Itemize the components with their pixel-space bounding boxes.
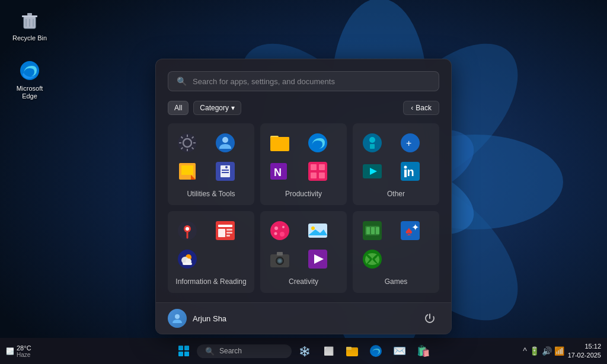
search-box[interactable]: 🔍 Search for apps, settings, and documen… <box>168 71 439 91</box>
battery-icon: 🔋 <box>529 346 539 356</box>
svg-rect-50 <box>370 144 375 149</box>
power-button[interactable] <box>420 309 439 328</box>
creativity-icons-grid <box>267 218 340 272</box>
category-creativity[interactable]: Creativity <box>260 211 347 293</box>
start-bottom: Arjun Sha <box>156 302 451 334</box>
edge-label: Microsoft Edge <box>11 85 48 100</box>
svg-point-85 <box>278 259 282 263</box>
search-label: Search <box>219 347 242 355</box>
filter-left: All Category ▾ <box>168 101 241 115</box>
svg-point-79 <box>311 226 315 230</box>
system-tray[interactable]: ^ 🔋 🔊 📶 <box>523 346 564 356</box>
empty-slot-2 <box>398 247 423 272</box>
information-icons-grid <box>175 218 247 272</box>
search-icon-taskbar: 🔍 <box>205 347 215 356</box>
taskbar-search[interactable]: 🔍 Search <box>197 344 292 358</box>
svg-text:+: + <box>406 138 411 148</box>
svg-rect-65 <box>226 229 232 231</box>
power-icon <box>424 313 435 324</box>
volume-icon: 🔊 <box>542 346 552 356</box>
svg-rect-82 <box>277 252 283 256</box>
category-other[interactable]: + in <box>353 123 439 205</box>
user-info[interactable]: Arjun Sha <box>168 309 226 328</box>
weather-description: Haze <box>17 352 31 358</box>
other-icons-grid: + in <box>360 130 432 184</box>
svg-point-49 <box>369 137 375 143</box>
file-explorer-icon <box>267 130 292 155</box>
paint3d-icon <box>267 218 292 243</box>
recycle-bin-label: Recycle Bin <box>12 34 47 42</box>
svg-rect-44 <box>311 164 317 170</box>
camera-icon <box>267 247 292 272</box>
weather-icon <box>175 247 200 272</box>
network-icon: 📶 <box>554 346 564 356</box>
chevron-icon: ^ <box>523 346 527 356</box>
file-explorer-taskbar[interactable] <box>341 340 363 362</box>
filter-category-button[interactable]: Category ▾ <box>193 101 241 115</box>
svg-point-73 <box>270 221 289 240</box>
user-avatar <box>168 309 187 328</box>
svg-rect-78 <box>308 223 327 238</box>
maps-icon <box>175 218 200 243</box>
task-view-button[interactable]: ⬜ <box>318 340 339 362</box>
svg-point-28 <box>222 137 228 143</box>
weather-icon-taskbar: 🌫️ <box>6 347 14 355</box>
widgets-button[interactable]: ❄️ <box>294 340 315 362</box>
information-reading-label: Information & Reading <box>175 277 247 286</box>
back-button[interactable]: ‹ Back <box>403 101 439 115</box>
svg-rect-45 <box>319 164 325 170</box>
svg-rect-67 <box>226 235 230 237</box>
start-button[interactable] <box>173 340 194 362</box>
photos-icon <box>305 218 330 243</box>
svg-rect-66 <box>226 232 232 234</box>
temperature: 28°C <box>17 344 31 352</box>
time-display: 15:12 <box>568 342 601 351</box>
svg-text:N: N <box>274 167 282 178</box>
solitaire-icon: ♠ ✦ <box>398 218 423 243</box>
user-name: Arjun Sha <box>193 314 226 323</box>
sticky-notes-icon <box>175 159 200 184</box>
taskbar-right: ^ 🔋 🔊 📶 15:12 17-02-2025 <box>523 342 601 360</box>
onenote-icon: N <box>267 159 292 184</box>
svg-point-34 <box>225 166 228 168</box>
svg-rect-47 <box>319 173 325 178</box>
productivity-label: Productivity <box>267 190 340 198</box>
apps-grid: Utilities & Tools <box>168 123 439 293</box>
edge-image <box>18 59 41 82</box>
category-information-reading[interactable]: Information & Reading <box>168 211 254 293</box>
svg-point-76 <box>280 232 285 237</box>
edge-app-icon <box>305 130 330 155</box>
linkedin-icon: in <box>398 159 423 184</box>
svg-rect-90 <box>366 227 370 234</box>
tips-icon <box>360 130 385 155</box>
svg-point-61 <box>186 227 189 231</box>
people-app-icon <box>213 130 238 155</box>
category-games[interactable]: ♠ ✦ <box>353 211 439 293</box>
search-placeholder: Search for apps, settings, and documents <box>193 77 335 86</box>
edge-taskbar[interactable] <box>365 340 386 362</box>
edge-icon[interactable]: Microsoft Edge <box>9 56 50 103</box>
tools-icon <box>213 159 238 184</box>
category-utilities-tools[interactable]: Utilities & Tools <box>168 123 254 205</box>
store-taskbar[interactable]: 🛍️ <box>413 340 434 362</box>
clock[interactable]: 15:12 17-02-2025 <box>568 342 601 360</box>
svg-point-57 <box>404 166 407 169</box>
creativity-label: Creativity <box>267 277 340 286</box>
back-chevron-icon: ‹ <box>411 104 413 112</box>
weather-widget[interactable]: 🌫️ 28°C Haze <box>6 344 31 358</box>
xbox-game-bar-icon <box>360 218 385 243</box>
news-icon <box>213 218 238 243</box>
category-productivity[interactable]: N Productivity <box>260 123 347 205</box>
svg-rect-91 <box>371 227 375 234</box>
svg-text:✦: ✦ <box>411 222 419 232</box>
svg-rect-20 <box>27 13 32 15</box>
svg-rect-46 <box>311 173 317 178</box>
media-creation-icon <box>305 159 330 184</box>
filter-all-button[interactable]: All <box>168 101 189 115</box>
mail-taskbar[interactable]: ✉️ <box>389 340 410 362</box>
desktop: Recycle Bin Microsoft Edge 🔍 Search for … <box>0 0 607 364</box>
recycle-bin-icon[interactable]: Recycle Bin <box>9 6 50 44</box>
svg-rect-64 <box>218 229 225 237</box>
taskbar: 🌫️ 28°C Haze 🔍 Search ❄️ ⬜ <box>0 338 607 364</box>
windows-logo <box>178 346 189 356</box>
